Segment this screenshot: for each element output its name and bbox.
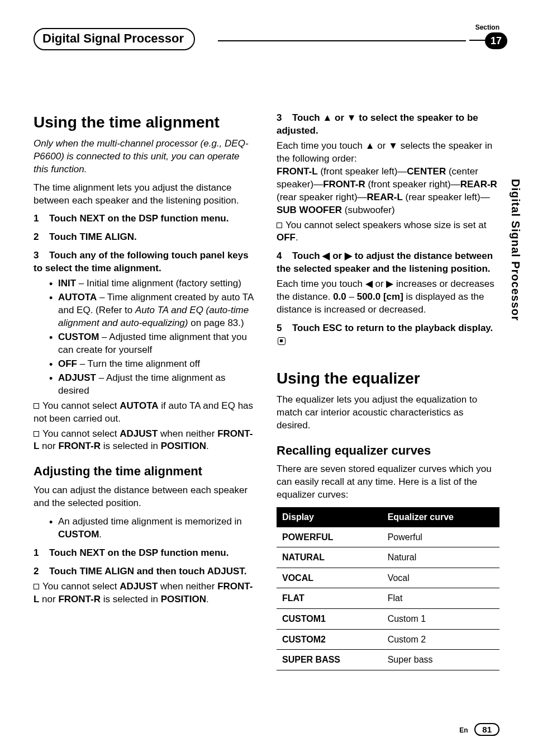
- option-key: CUSTOM: [58, 332, 99, 342]
- table-row: POWERFULPowerful: [277, 527, 499, 547]
- note: You cannot select ADJUST when neither FR…: [34, 428, 256, 453]
- note-text: nor: [39, 594, 58, 604]
- intro-italic: Only when the multi-channel processor (e…: [34, 138, 256, 176]
- left-column: Using the time alignment Only when the m…: [34, 106, 256, 670]
- step-text: Touch ▲ or ▼ to select the speaker to be…: [277, 112, 478, 136]
- footer: En 81: [459, 723, 499, 736]
- step-4-body: Each time you touch ◀ or ▶ increases or …: [277, 278, 499, 316]
- right-column: 3Touch ▲ or ▼ to select the speaker to b…: [277, 106, 499, 670]
- option-key: INIT: [58, 278, 76, 289]
- table-row: CUSTOM1Custom 1: [277, 609, 499, 630]
- step-3-right: 3Touch ▲ or ▼ to select the speaker to b…: [277, 112, 499, 138]
- note: You cannot select ADJUST when neither FR…: [34, 580, 256, 606]
- recall-intro: There are seven stored equalizer curves …: [277, 463, 499, 502]
- note-text: You cannot select: [42, 400, 120, 411]
- option-key: OFF: [58, 358, 77, 369]
- left-arrow-icon: ◀: [322, 251, 330, 261]
- note-key: ADJUST: [120, 428, 158, 439]
- right-arrow-icon: ▶: [345, 251, 352, 261]
- up-arrow-icon: ▲: [365, 140, 375, 151]
- table-header: Equalizer curve: [382, 507, 499, 527]
- heading-adjusting: Adjusting the time alignment: [34, 463, 256, 480]
- square-bullet-icon: [34, 431, 39, 437]
- header-rule: [218, 40, 466, 41]
- step-text: Touch TIME ALIGN.: [49, 231, 137, 242]
- note-key: ADJUST: [120, 581, 158, 592]
- step-num: 2: [34, 231, 49, 244]
- note-text: nor: [39, 441, 58, 451]
- step-text: Touch TIME ALIGN and then touch ADJUST.: [49, 566, 247, 577]
- page-number: 81: [474, 723, 499, 736]
- step-num: 4: [277, 250, 292, 263]
- note-key: POSITION: [161, 594, 206, 604]
- text: .: [99, 529, 102, 540]
- side-tab: Digital Signal Processor: [509, 179, 522, 321]
- list-item: An adjusted time alignment is memorized …: [49, 516, 256, 541]
- left-arrow-icon: ◀: [365, 278, 373, 289]
- step-2: 2Touch TIME ALIGN.: [34, 231, 256, 244]
- step-3: 3Touch any of the following touch panel …: [34, 249, 256, 275]
- note-text: is selected in: [101, 441, 161, 451]
- option-key: AUTOTA: [58, 292, 97, 303]
- option-desc: – Initial time alignment (factory settin…: [76, 278, 241, 289]
- table-header-row: Display Equalizer curve: [277, 507, 499, 527]
- step-num: 1: [34, 547, 49, 560]
- step-num: 3: [34, 249, 49, 262]
- page: Section 17 Digital Signal Processor Digi…: [0, 0, 533, 756]
- adjust-step-1: 1Touch NEXT on the DSP function menu.: [34, 547, 256, 560]
- table-row: CUSTOM2Custom 2: [277, 629, 499, 650]
- table-row: SUPER BASSSuper bass: [277, 650, 499, 670]
- end-of-section-icon: [278, 337, 285, 345]
- note-text: .: [206, 441, 209, 451]
- list-item: AUTOTA – Time alignment created by auto …: [49, 291, 256, 330]
- note-text: .: [206, 594, 209, 604]
- down-arrow-icon: ▼: [388, 140, 398, 151]
- note-key: FRONT-R: [58, 441, 101, 451]
- note-text: when neither: [158, 428, 217, 439]
- note-text: is selected in: [101, 594, 161, 604]
- eq-intro: The equalizer lets you adjust the equali…: [277, 394, 499, 432]
- note-key: AUTOTA: [120, 400, 158, 411]
- heading-time-alignment: Using the time alignment: [34, 112, 256, 133]
- equalizer-table: Display Equalizer curve POWERFULPowerful…: [277, 507, 499, 670]
- key: CUSTOM: [58, 529, 99, 540]
- step-5: 5Touch ESC to return to the playback dis…: [277, 322, 499, 348]
- step-num: 5: [277, 322, 292, 335]
- step-num: 3: [277, 112, 292, 125]
- note-key: FRONT-R: [58, 594, 101, 604]
- up-arrow-icon: ▲: [322, 112, 332, 123]
- square-bullet-icon: [34, 403, 39, 409]
- adjust-note-list: An adjusted time alignment is memorized …: [49, 516, 256, 541]
- option-desc: on page 83.): [188, 318, 244, 328]
- table-row: NATURALNatural: [277, 547, 499, 568]
- heading-recalling: Recalling equalizer curves: [277, 442, 499, 459]
- footer-lang: En: [459, 726, 468, 734]
- step-4: 4Touch ◀ or ▶ to adjust the distance bet…: [277, 250, 499, 276]
- list-item: OFF – Turn the time alignment off: [49, 358, 256, 371]
- adjust-intro: You can adjust the distance between each…: [34, 484, 256, 510]
- option-key: ADJUST: [58, 372, 96, 383]
- note: You cannot select AUTOTA if auto TA and …: [34, 400, 256, 426]
- header: Digital Signal Processor: [34, 28, 499, 62]
- square-bullet-icon: [277, 223, 282, 228]
- speaker-sequence: FRONT-L (front speaker left)—CENTER (cen…: [277, 166, 499, 217]
- adjust-step-2: 2Touch TIME ALIGN and then touch ADJUST.: [34, 565, 256, 578]
- content-columns: Using the time alignment Only when the m…: [34, 106, 499, 670]
- note-text: You cannot select: [42, 428, 120, 439]
- down-arrow-icon: ▼: [347, 112, 356, 123]
- table-row: FLATFlat: [277, 588, 499, 609]
- table-row: VOCALVocal: [277, 568, 499, 588]
- note-text: You cannot select: [42, 581, 120, 592]
- list-item: ADJUST – Adjust the time alignment as de…: [49, 372, 256, 398]
- step-text: Touch any of the following touch panel k…: [34, 250, 249, 273]
- square-bullet-icon: [34, 584, 39, 589]
- note-text: when neither: [158, 581, 217, 592]
- step-text: Touch ESC to return to the playback disp…: [292, 323, 493, 333]
- note-key: POSITION: [161, 441, 206, 451]
- list-item: INIT – Initial time alignment (factory s…: [49, 277, 256, 290]
- text: An adjusted time alignment is memorized …: [58, 516, 242, 527]
- list-item: CUSTOM – Adjusted time alignment that yo…: [49, 331, 256, 357]
- table-header: Display: [277, 507, 382, 527]
- step-text: Touch NEXT on the DSP function menu.: [49, 547, 229, 558]
- step-text: Touch NEXT on the DSP function menu.: [49, 213, 229, 224]
